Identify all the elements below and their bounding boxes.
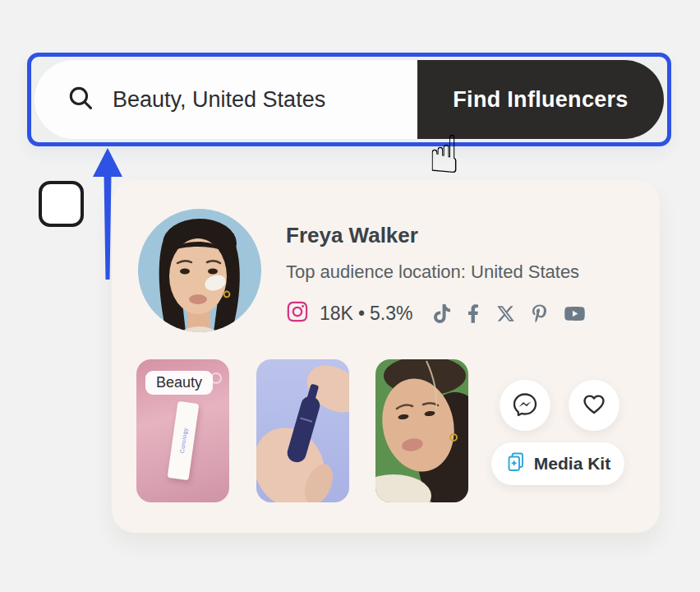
content-thumbnail-beauty: Curology Beauty <box>136 359 229 502</box>
instagram-icon <box>286 300 309 326</box>
content-thumbnail-portrait <box>375 359 468 502</box>
hand-cursor-icon: ☝ <box>428 128 460 181</box>
arrow-up-annotation <box>91 148 124 283</box>
watermark-icon <box>210 372 222 384</box>
search-icon <box>67 85 94 115</box>
stats-text: 18K•5.3% <box>320 303 412 325</box>
product-label: Curology <box>178 428 187 454</box>
search-bar: Find Influencers <box>27 53 671 146</box>
category-tag: Beauty <box>145 371 213 395</box>
audience-location: Top audience location: United States <box>286 261 586 283</box>
facebook-icon <box>467 304 479 323</box>
search-field[interactable] <box>35 60 417 139</box>
avatar <box>138 209 261 332</box>
search-input[interactable] <box>113 87 392 113</box>
tiktok-icon <box>434 304 450 323</box>
youtube-icon <box>564 304 586 323</box>
stats-separator: • <box>358 303 365 324</box>
engagement-rate: 5.3% <box>370 303 412 324</box>
favorite-button[interactable] <box>569 380 619 431</box>
media-kit-icon <box>505 451 527 477</box>
content-thumbnail-product <box>256 359 349 502</box>
media-kit-button[interactable]: Media Kit <box>491 442 624 485</box>
influencer-card: Freya Walker Top audience location: Unit… <box>112 180 660 533</box>
messenger-icon <box>511 391 539 421</box>
product-tube: Curology <box>168 401 200 481</box>
message-button[interactable] <box>500 380 550 431</box>
influencer-name: Freya Walker <box>286 223 586 248</box>
media-kit-label: Media Kit <box>534 454 610 474</box>
checkbox[interactable] <box>39 181 84 227</box>
x-twitter-icon <box>496 304 515 323</box>
followers-count: 18K <box>320 303 353 324</box>
pinterest-icon <box>532 304 546 323</box>
heart-icon <box>580 391 608 421</box>
